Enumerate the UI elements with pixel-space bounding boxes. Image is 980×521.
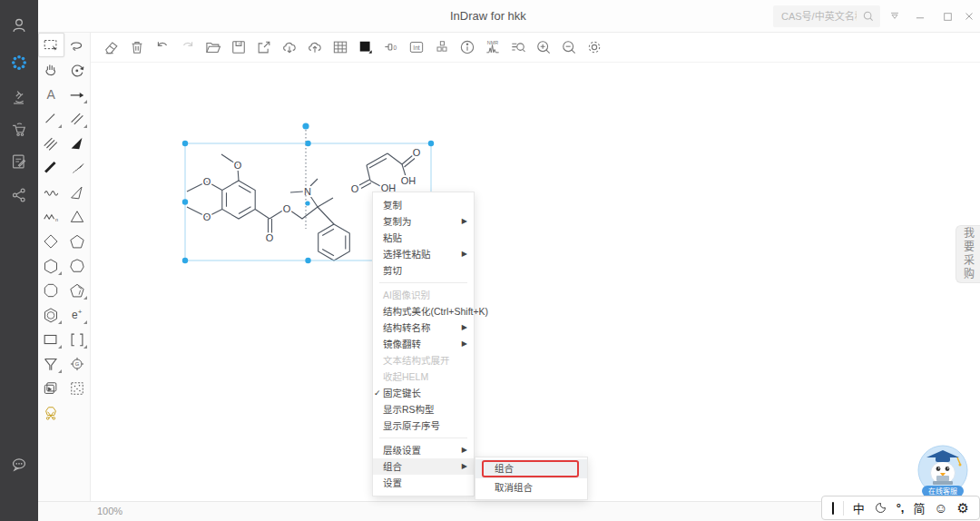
redo-icon[interactable]	[178, 38, 197, 57]
group-g-tool[interactable]: G	[64, 351, 91, 376]
pin-icon[interactable]	[886, 7, 904, 25]
indraw-logo-icon[interactable]	[8, 52, 30, 74]
wedge-bond-tool[interactable]	[64, 131, 91, 155]
user-icon[interactable]	[8, 15, 30, 36]
atom-property-icon[interactable]	[381, 38, 400, 57]
hashed-wedge-bond-tool[interactable]	[64, 155, 91, 180]
lasso-select-tool[interactable]	[64, 33, 90, 57]
menu-item-show-rs-config[interactable]: 显示RS构型	[373, 401, 474, 418]
export-icon[interactable]	[254, 38, 273, 57]
svg-text:G: G	[74, 361, 79, 367]
periodic-table-icon[interactable]	[432, 38, 451, 57]
smiley-icon[interactable]: ☺	[934, 500, 947, 516]
submenu-item-group[interactable]: 组合	[475, 459, 587, 478]
menu-item-structure-to-name[interactable]: 结构转名称▶	[373, 319, 474, 336]
dotted-box-tool[interactable]	[64, 376, 91, 400]
hand-pan-tool[interactable]	[38, 57, 64, 82]
microscope-icon[interactable]	[8, 87, 30, 109]
zoom-level: 100%	[97, 506, 122, 516]
rotate-tool[interactable]	[64, 57, 91, 82]
settings-icon[interactable]	[584, 38, 603, 57]
gear-icon[interactable]: ⚙	[957, 500, 969, 516]
cyclooctane-tool[interactable]	[38, 278, 64, 302]
nmr-icon[interactable]: NMR	[483, 38, 502, 57]
menu-item-fixed-bond-length[interactable]: ✓固定键长	[373, 385, 474, 401]
minimize-icon[interactable]	[911, 7, 929, 25]
cart-icon[interactable]	[8, 119, 30, 141]
maximize-icon[interactable]	[938, 7, 956, 25]
funnel-tool[interactable]	[38, 351, 64, 376]
mascot-label: 在线客服	[928, 487, 957, 496]
single-bond-tool[interactable]	[38, 106, 64, 131]
svg-text:Int: Int	[413, 44, 420, 51]
ime-chinese-mode[interactable]: 中	[853, 499, 865, 516]
search-icon[interactable]	[862, 10, 875, 23]
cloud-upload-icon[interactable]	[305, 38, 324, 57]
zoom-out-icon[interactable]	[559, 38, 578, 57]
zoom-in-icon[interactable]	[534, 38, 553, 57]
notes-icon[interactable]	[8, 151, 30, 172]
eraser-icon[interactable]	[102, 38, 121, 57]
chat-icon[interactable]	[8, 454, 30, 476]
templates-tool[interactable]	[38, 376, 64, 400]
menu-item-paste[interactable]: 粘贴	[373, 230, 474, 246]
rotation-handle[interactable]	[302, 123, 309, 129]
menu-item-copy[interactable]: 复制	[373, 197, 474, 213]
drawing-tools-panel: A n e+ G	[38, 33, 91, 501]
marquee-select-tool[interactable]	[38, 33, 64, 57]
cycloheptane-tool[interactable]	[64, 253, 91, 278]
menu-item-copy-as[interactable]: 复制为▶	[373, 213, 474, 230]
close-icon[interactable]	[960, 7, 978, 25]
ime-punctuation[interactable]: °,	[897, 501, 905, 515]
int-icon[interactable]: Int	[407, 38, 426, 57]
menu-item-beautify-structure[interactable]: 结构式美化(Ctrl+Shift+K)	[373, 303, 474, 319]
moon-icon[interactable]	[874, 501, 887, 515]
atom-label-o: O	[203, 176, 211, 187]
undo-icon[interactable]	[152, 38, 172, 57]
menu-item-mirror-flip[interactable]: 镜像翻转▶	[373, 336, 474, 352]
benzene-tool[interactable]	[38, 302, 64, 327]
bracket-tool[interactable]	[64, 327, 91, 351]
molecule-structure[interactable]: O O O O O N O OH O OH	[91, 63, 980, 501]
triple-bond-tool[interactable]	[38, 131, 64, 155]
menu-item-layer-settings[interactable]: 层级设置▶	[373, 442, 474, 458]
submenu-item-ungroup[interactable]: 取消组合	[475, 478, 587, 497]
menu-item-settings[interactable]: 设置	[373, 475, 474, 491]
cyclopentadiene-tool[interactable]	[64, 278, 91, 302]
chain-tool[interactable]: n	[38, 204, 64, 229]
ime-cursor-icon[interactable]	[832, 502, 834, 515]
purchase-tab[interactable]: 我要采购	[956, 225, 980, 283]
save-icon[interactable]	[229, 38, 248, 57]
cloud-download-icon[interactable]	[279, 38, 299, 57]
info-icon[interactable]	[457, 38, 476, 57]
table-icon[interactable]	[330, 38, 349, 57]
electron-charge-tool[interactable]: e+	[64, 302, 91, 327]
cyclohexane-tool[interactable]	[38, 253, 64, 278]
cyclopentane-tool[interactable]	[64, 229, 91, 253]
menu-item-cut[interactable]: 剪切	[373, 262, 474, 279]
customer-service-mascot[interactable]: 在线客服	[915, 443, 971, 499]
ring-scissors-tool[interactable]	[38, 400, 64, 425]
wavy-bond-tool[interactable]	[38, 180, 64, 204]
cyclobutane-tool[interactable]	[38, 229, 64, 253]
trash-icon[interactable]	[127, 38, 146, 57]
search-input[interactable]	[773, 5, 857, 27]
double-bond-tool[interactable]	[64, 106, 91, 131]
menu-item-group[interactable]: 组合▶	[373, 458, 474, 475]
color-swatch-icon[interactable]	[356, 38, 375, 57]
open-folder-icon[interactable]	[203, 38, 222, 57]
search-box[interactable]	[773, 5, 880, 27]
cyclopropane-tool[interactable]	[64, 204, 91, 229]
anchor-point[interactable]	[305, 201, 309, 205]
arrow-tool[interactable]	[64, 82, 91, 106]
bold-bond-tool[interactable]	[38, 155, 64, 180]
menu-item-show-atom-numbers[interactable]: 显示原子序号	[373, 418, 474, 434]
ime-simplified[interactable]: 简	[913, 499, 925, 516]
share-icon[interactable]	[8, 184, 30, 206]
rectangle-tool[interactable]	[38, 327, 64, 351]
hollow-wedge-bond-tool[interactable]	[64, 180, 91, 204]
text-tool[interactable]: A	[38, 82, 64, 106]
menu-item-paste-special[interactable]: 选择性粘贴▶	[373, 246, 474, 262]
drawing-canvas[interactable]: O O O O O N O OH O OH	[91, 63, 980, 501]
structure-search-icon[interactable]	[508, 38, 527, 57]
